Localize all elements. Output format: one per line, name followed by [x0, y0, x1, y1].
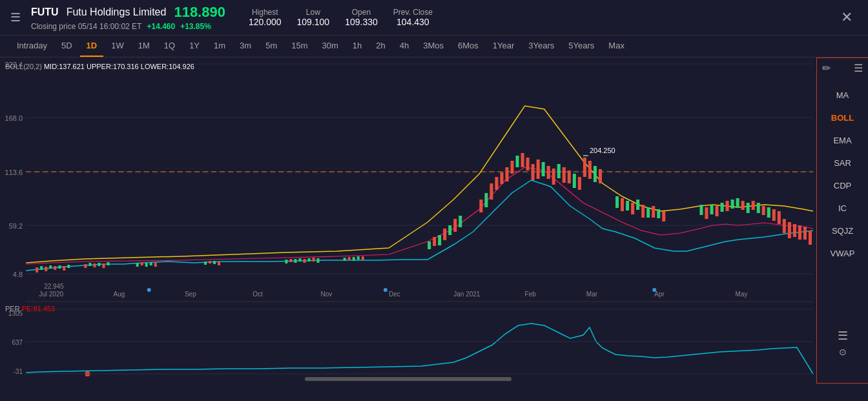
- tab-15min[interactable]: 15m: [285, 36, 314, 57]
- prev-close-label: Prev. Close: [393, 8, 433, 17]
- indicator-ema[interactable]: EMA: [817, 130, 868, 150]
- tab-3years[interactable]: 3Years: [522, 36, 561, 57]
- svg-rect-116: [757, 203, 760, 213]
- tab-1min[interactable]: 1m: [207, 36, 232, 57]
- svg-text:637: 637: [12, 339, 23, 346]
- svg-rect-59: [357, 256, 360, 260]
- menu-icon[interactable]: ☰: [10, 10, 21, 25]
- indicator-cdp[interactable]: CDP: [817, 176, 868, 196]
- svg-rect-80: [532, 164, 535, 180]
- svg-rect-77: [526, 158, 530, 170]
- svg-rect-75: [516, 156, 519, 167]
- tab-1y[interactable]: 1Y: [183, 36, 206, 57]
- svg-rect-62: [433, 237, 436, 246]
- svg-text:Feb: Feb: [525, 291, 537, 298]
- svg-rect-107: [710, 205, 713, 214]
- tab-3min[interactable]: 3m: [233, 36, 258, 57]
- stock-name: Futu Holdings Limited: [67, 6, 167, 18]
- svg-text:22.945: 22.945: [44, 283, 64, 290]
- indicator-sqjz[interactable]: SQJZ: [817, 221, 868, 241]
- svg-rect-122: [788, 222, 791, 238]
- pe-value: PE:91.453: [22, 305, 55, 313]
- tab-3mos[interactable]: 3Mos: [417, 36, 450, 57]
- svg-rect-72: [500, 172, 503, 184]
- low-label: Low: [306, 8, 320, 17]
- svg-text:Aug: Aug: [114, 291, 125, 298]
- svg-rect-93: [599, 169, 602, 183]
- indicator-ma[interactable]: MA: [817, 85, 868, 105]
- svg-rect-85: [557, 164, 561, 178]
- svg-rect-83: [547, 166, 550, 179]
- svg-rect-51: [298, 258, 301, 262]
- adjust-icon[interactable]: ⊙: [839, 347, 847, 357]
- boll-label: BOLL(20,2) MID:137.621 UPPER:170.316 LOW…: [5, 63, 194, 70]
- svg-rect-96: [626, 201, 629, 211]
- svg-rect-119: [772, 209, 776, 221]
- stock-price: 118.890: [174, 4, 225, 21]
- tab-5min[interactable]: 5m: [259, 36, 284, 57]
- svg-rect-68: [479, 200, 482, 212]
- svg-rect-69: [484, 193, 488, 207]
- svg-text:Dec: Dec: [389, 291, 400, 298]
- svg-point-127: [147, 288, 151, 292]
- svg-rect-56: [344, 258, 346, 261]
- svg-rect-114: [747, 203, 750, 213]
- tab-5d[interactable]: 5D: [55, 36, 79, 57]
- close-button[interactable]: ✕: [836, 6, 858, 28]
- svg-rect-50: [294, 259, 296, 263]
- tab-2h[interactable]: 2h: [369, 36, 391, 57]
- tab-1w[interactable]: 1W: [105, 36, 130, 57]
- svg-rect-90: [583, 158, 586, 177]
- edit-icon[interactable]: ✏: [822, 62, 831, 74]
- svg-rect-124: [798, 225, 801, 240]
- tab-4h[interactable]: 4h: [393, 36, 415, 57]
- metric-low: Low 109.100: [297, 8, 330, 27]
- svg-rect-82: [542, 162, 545, 176]
- svg-text:Nov: Nov: [321, 291, 333, 298]
- svg-rect-81: [537, 159, 540, 179]
- svg-rect-65: [448, 225, 451, 235]
- svg-rect-36: [98, 263, 100, 266]
- tab-1m[interactable]: 1M: [132, 36, 156, 57]
- svg-rect-91: [588, 161, 592, 179]
- tab-30min[interactable]: 30m: [316, 36, 345, 57]
- svg-rect-108: [716, 206, 719, 216]
- change-pct: +13.85%: [180, 22, 211, 31]
- svg-rect-54: [313, 258, 315, 262]
- tab-5years[interactable]: 5Years: [562, 36, 601, 57]
- svg-rect-112: [736, 198, 739, 208]
- svg-rect-97: [631, 203, 634, 214]
- tab-1h[interactable]: 1h: [346, 36, 368, 57]
- svg-rect-1: [26, 306, 816, 384]
- svg-rect-94: [615, 196, 619, 208]
- tab-intraday[interactable]: Intraday: [10, 36, 54, 57]
- tab-1d[interactable]: 1D: [80, 36, 104, 57]
- boll-title: BOLL(20,2): [5, 63, 42, 70]
- svg-rect-113: [741, 201, 745, 210]
- svg-point-128: [384, 288, 388, 292]
- svg-rect-111: [731, 200, 734, 209]
- svg-text:204.250: 204.250: [590, 147, 615, 154]
- scrollbar[interactable]: [305, 377, 512, 381]
- svg-rect-100: [646, 207, 650, 218]
- svg-text:Sep: Sep: [185, 291, 196, 298]
- indicator-ic[interactable]: IC: [817, 198, 868, 218]
- svg-rect-76: [521, 153, 524, 167]
- svg-rect-87: [568, 170, 571, 183]
- svg-rect-32: [67, 265, 70, 268]
- tab-max[interactable]: Max: [602, 36, 631, 57]
- tab-6mos[interactable]: 6Mos: [451, 36, 485, 57]
- svg-rect-33: [84, 264, 87, 268]
- indicator-boll[interactable]: BOLL: [817, 108, 868, 128]
- indicator-vwap[interactable]: VWAP: [817, 243, 868, 263]
- tab-1q[interactable]: 1Q: [158, 36, 181, 57]
- tab-1year[interactable]: 1Year: [486, 36, 521, 57]
- stock-info-row: Closing price 05/14 16:00:02 ET +14.460 …: [31, 22, 225, 31]
- highest-value: 120.000: [249, 17, 282, 27]
- svg-rect-41: [145, 263, 148, 267]
- indicator-sar[interactable]: SAR: [817, 153, 868, 173]
- settings-icon[interactable]: ☰: [838, 329, 848, 343]
- metric-highest: Highest 120.000: [249, 8, 282, 27]
- panel-menu-icon[interactable]: ☰: [854, 62, 863, 74]
- svg-rect-99: [641, 205, 645, 218]
